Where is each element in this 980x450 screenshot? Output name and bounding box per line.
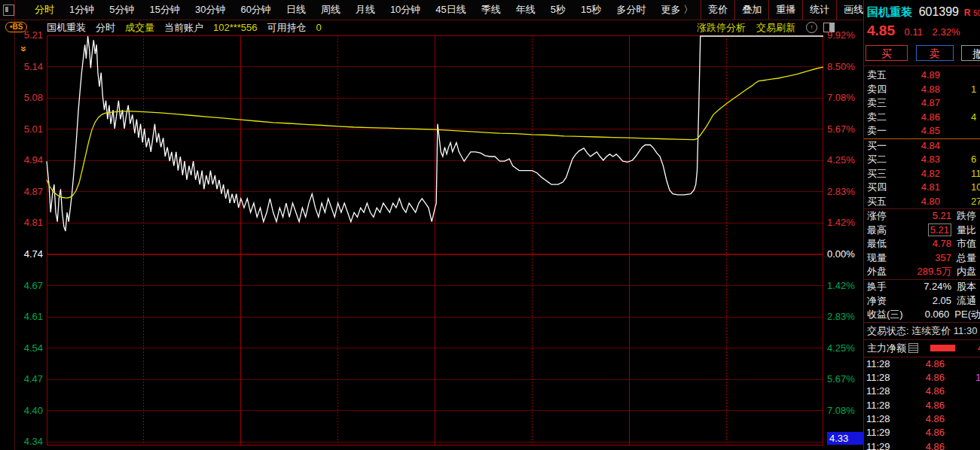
trade-status: 交易状态: 连续竞价 11:30 bbox=[864, 323, 980, 339]
ask-row[interactable]: 卖二4.864 bbox=[864, 111, 980, 125]
bid-row[interactable]: 买一4.84 bbox=[864, 139, 980, 154]
period-tab-4[interactable]: 30分钟 bbox=[188, 3, 233, 17]
ask-row-volume: 1 bbox=[971, 83, 976, 97]
intraday-chart[interactable] bbox=[47, 35, 823, 445]
stat-value: 7.24% bbox=[905, 280, 951, 294]
tick-time: 11:28 bbox=[864, 399, 901, 412]
account-value: 102***556 bbox=[213, 22, 258, 33]
ask-row-label: 卖二 bbox=[864, 111, 895, 125]
period-tabs: 分时1分钟5分钟15分钟30分钟60分钟日线周线月线10分钟45日线季线年线5秒… bbox=[27, 3, 701, 17]
period-tab-12[interactable]: 年线 bbox=[508, 3, 543, 17]
period-tab-2[interactable]: 5分钟 bbox=[102, 3, 142, 17]
tick-row: 11:284.861 bbox=[864, 371, 980, 385]
bid-row-label: 买一 bbox=[864, 139, 895, 154]
toolbar-button-0[interactable]: 竞价 bbox=[701, 0, 734, 20]
cancel-order-button[interactable]: 撤 bbox=[961, 45, 980, 61]
ask-row[interactable]: 卖三4.87 bbox=[864, 96, 980, 111]
stat-row: 涨停5.21跌停 bbox=[864, 209, 980, 223]
bid-row-price: 4.80 bbox=[895, 195, 940, 209]
trade-buttons: 买 卖 撤 bbox=[864, 43, 980, 65]
right-axis-label: 2.83% bbox=[827, 186, 855, 198]
period-tab-1[interactable]: 1分钟 bbox=[62, 3, 102, 17]
stat-value: 0.060 bbox=[904, 308, 950, 322]
period-tab-16[interactable]: 更多 〉 bbox=[654, 3, 701, 17]
tick-time: 11:28 bbox=[864, 371, 901, 385]
period-tab-10[interactable]: 45日线 bbox=[428, 3, 473, 17]
stat-value: 289.5万 bbox=[905, 265, 951, 279]
ask-row-label: 卖三 bbox=[864, 96, 895, 111]
stat-row: 现量357总量 bbox=[864, 251, 980, 266]
bid-row[interactable]: 买三4.8211 bbox=[864, 167, 980, 181]
bid-row[interactable]: 买五4.8027 bbox=[864, 195, 980, 209]
stat-label-2: 跌停 bbox=[957, 209, 976, 223]
left-axis-label: 4.34 bbox=[24, 436, 43, 448]
tick-time: 11:29 bbox=[864, 426, 901, 439]
boxed-value: 5.21 bbox=[928, 223, 951, 236]
tick-time: 11:28 bbox=[864, 385, 901, 398]
ask-row[interactable]: 卖四4.881 bbox=[864, 83, 980, 97]
right-axis-label: 8.50% bbox=[827, 61, 855, 73]
tick-price: 4.86 bbox=[901, 440, 945, 450]
stat-row: 最高5.21量比 bbox=[864, 223, 980, 238]
tick-row: 11:294.86 bbox=[864, 426, 980, 439]
tick-price: 4.86 bbox=[901, 412, 945, 426]
ask-row-label: 卖五 bbox=[864, 68, 895, 83]
left-axis-label: 4.67 bbox=[24, 280, 43, 292]
stat-row: 收益(三)0.060PE(动 bbox=[864, 308, 980, 322]
right-axis-label: 0.00% bbox=[827, 248, 855, 260]
right-axis-label: 5.67% bbox=[827, 373, 855, 385]
percent-axis-right: 9.92%8.50%7.08%5.67%4.25%2.83%1.42%0.00%… bbox=[826, 0, 862, 450]
right-axis-label: 5.67% bbox=[827, 123, 855, 135]
stat-row: 最低4.78市值 bbox=[864, 237, 980, 251]
period-tab-9[interactable]: 10分钟 bbox=[383, 3, 428, 17]
left-axis-label: 4.81 bbox=[24, 217, 43, 229]
position-value: 0 bbox=[316, 22, 322, 33]
buy-button[interactable]: 买 bbox=[866, 45, 908, 61]
period-tab-14[interactable]: 15秒 bbox=[573, 3, 609, 17]
tick-row: 11:284.86 bbox=[864, 399, 980, 412]
period-tab-15[interactable]: 多分时 bbox=[609, 3, 654, 17]
toolbar-button-1[interactable]: 叠加 bbox=[734, 0, 768, 20]
period-tab-11[interactable]: 季线 bbox=[474, 3, 508, 17]
stat-label: 最低 bbox=[864, 237, 905, 251]
volume-indicator-label[interactable]: 成交量 bbox=[125, 21, 154, 35]
period-tab-6[interactable]: 日线 bbox=[279, 3, 313, 17]
stat-label-2: 流通 bbox=[957, 294, 976, 309]
right-axis-label: 9.92% bbox=[827, 29, 855, 41]
stat-label: 换手 bbox=[864, 280, 905, 294]
upload-circle-icon[interactable]: ↑ bbox=[806, 22, 817, 33]
toolbar-button-2[interactable]: 重播 bbox=[768, 0, 802, 20]
limit-analysis-link[interactable]: 涨跌停分析 bbox=[697, 21, 746, 35]
ask-row-price: 4.85 bbox=[895, 124, 940, 138]
stat-value: 357 bbox=[905, 251, 951, 266]
last-price: 4.85 bbox=[867, 23, 895, 38]
panel-stock-name: 国机重装 bbox=[867, 5, 912, 18]
period-tab-13[interactable]: 5秒 bbox=[543, 3, 573, 17]
chart-period-label[interactable]: 分时 bbox=[96, 21, 115, 35]
stat-value: 2.05 bbox=[905, 294, 951, 309]
period-tab-3[interactable]: 15分钟 bbox=[142, 3, 187, 17]
tick-row: 11:284.86 bbox=[864, 385, 980, 398]
period-tab-5[interactable]: 60分钟 bbox=[233, 3, 278, 17]
ask-row[interactable]: 卖一4.85 bbox=[864, 124, 980, 138]
price-change-pct: 2.32% bbox=[933, 26, 960, 38]
left-axis-label: 5.08 bbox=[24, 92, 43, 104]
bid-row-price: 4.82 bbox=[895, 167, 940, 181]
trade-refresh-link[interactable]: 交易刷新 bbox=[756, 21, 795, 35]
stat-row: 换手7.24%股本 bbox=[864, 280, 980, 294]
detail-list-icon[interactable] bbox=[908, 343, 918, 353]
margin-tag-r: R bbox=[964, 8, 971, 18]
sell-button[interactable]: 卖 bbox=[916, 45, 954, 61]
bid-row[interactable]: 买四4.8110 bbox=[864, 181, 980, 195]
right-axis-label: 1.42% bbox=[827, 217, 855, 229]
ask-row[interactable]: 卖五4.89 bbox=[864, 68, 980, 83]
bid-row-label: 买三 bbox=[864, 167, 895, 181]
window-icon[interactable] bbox=[3, 5, 14, 16]
bid-row[interactable]: 买二4.836 bbox=[864, 153, 980, 167]
period-tab-7[interactable]: 周线 bbox=[313, 3, 348, 17]
stat-label: 收益(三) bbox=[864, 308, 904, 322]
tick-list: 11:284.8611:284.86111:284.8611:284.8611:… bbox=[864, 357, 980, 450]
left-axis-label: 5.01 bbox=[24, 123, 43, 135]
bid-row-label: 买二 bbox=[864, 153, 895, 167]
period-tab-8[interactable]: 月线 bbox=[348, 3, 383, 17]
